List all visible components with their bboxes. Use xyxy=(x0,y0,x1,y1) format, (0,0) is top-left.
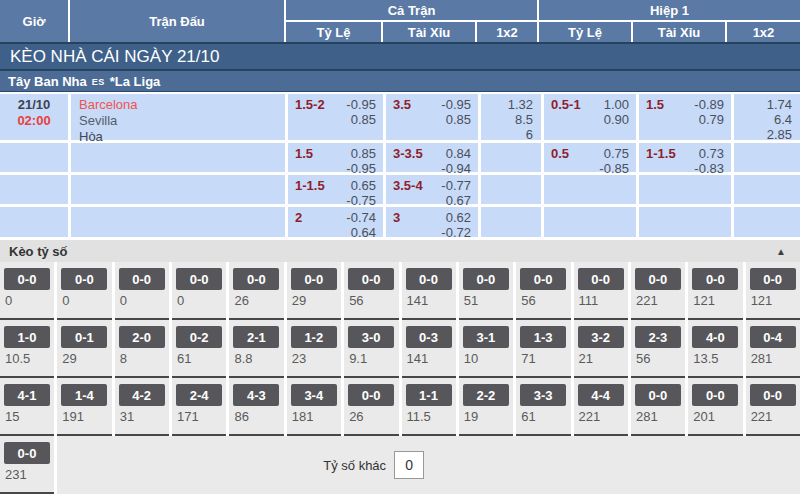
score-button[interactable]: 0-0 xyxy=(233,268,279,290)
odds-cell-h1-overunder[interactable]: 1.5 -0.890.79 xyxy=(639,94,731,140)
odds-cell-ft-overunder[interactable]: 3.5-4 -0.770.67 xyxy=(386,175,478,204)
score-button[interactable]: 0-0 xyxy=(463,268,509,290)
odds-value[interactable]: 0.85 xyxy=(351,146,376,161)
score-button[interactable]: 0-0 xyxy=(578,268,624,290)
score-button[interactable]: 2-0 xyxy=(119,326,165,348)
match-teams-cell[interactable]: Barcelona Sevilla Hòa xyxy=(71,94,285,140)
odds-value[interactable]: 2.85 xyxy=(767,127,792,142)
score-button[interactable]: 3-1 xyxy=(463,326,509,348)
odds-value[interactable]: 6.4 xyxy=(774,112,792,127)
odds-cell-ft-1x2[interactable]: 1.328.56 xyxy=(481,94,541,140)
score-button[interactable]: 1-4 xyxy=(61,384,107,406)
odds-value[interactable]: -0.77 xyxy=(441,178,471,193)
odds-value[interactable]: -0.95 xyxy=(441,97,471,112)
score-button[interactable]: 3-2 xyxy=(578,326,624,348)
score-button[interactable]: 0-0 xyxy=(406,268,452,290)
odds-value[interactable]: 0.84 xyxy=(446,146,471,161)
odds-value[interactable]: -0.89 xyxy=(694,97,724,112)
odds-cell-ft-handicap[interactable]: 1-1.5 0.65-0.75 xyxy=(288,175,383,204)
odds-cell-ft-handicap[interactable]: 1.5 0.85-0.95 xyxy=(288,143,383,172)
odds-cell-h1-handicap[interactable]: 0.5-1 1.000.90 xyxy=(544,94,636,140)
score-button[interactable]: 0-0 xyxy=(176,268,222,290)
odds-value[interactable]: -0.75 xyxy=(346,193,376,208)
score-cell: 1-4191 xyxy=(57,378,111,436)
odds-value[interactable]: 0.62 xyxy=(446,210,471,225)
score-button[interactable]: 0-0 xyxy=(348,268,394,290)
score-button[interactable]: 4-4 xyxy=(578,384,624,406)
odds-value[interactable]: 6 xyxy=(526,127,533,142)
odds-value[interactable]: 1.74 xyxy=(767,97,792,112)
score-button[interactable]: 4-2 xyxy=(119,384,165,406)
odds-cell-h1-1x2[interactable] xyxy=(734,143,800,172)
score-button[interactable]: 4-0 xyxy=(692,326,738,348)
score-button[interactable]: 4-3 xyxy=(233,384,279,406)
score-button[interactable]: 0-0 xyxy=(750,268,796,290)
odds-value[interactable]: -0.94 xyxy=(441,161,471,176)
odds-cell-ft-1x2[interactable] xyxy=(481,143,541,172)
score-button[interactable]: 0-0 xyxy=(4,268,50,290)
score-button[interactable]: 0-0 xyxy=(4,442,50,464)
score-button[interactable]: 0-0 xyxy=(635,268,681,290)
odds-cell-ft-1x2[interactable] xyxy=(481,175,541,204)
odds-value[interactable]: 0.75 xyxy=(604,146,629,161)
score-button[interactable]: 1-0 xyxy=(4,326,50,348)
score-button[interactable]: 0-0 xyxy=(692,268,738,290)
score-button[interactable]: 0-0 xyxy=(61,268,107,290)
odds-value[interactable]: -0.72 xyxy=(441,225,471,240)
score-button[interactable]: 2-3 xyxy=(635,326,681,348)
odds-value[interactable]: -0.83 xyxy=(694,161,724,176)
score-button[interactable]: 0-0 xyxy=(635,384,681,406)
score-button[interactable]: 3-3 xyxy=(520,384,566,406)
odds-value[interactable]: 0.85 xyxy=(351,112,376,127)
score-button[interactable]: 0-0 xyxy=(520,268,566,290)
odds-value[interactable]: 0.79 xyxy=(699,112,724,127)
odds-cell-ft-1x2[interactable] xyxy=(481,207,541,237)
odds-value[interactable]: 0.90 xyxy=(604,112,629,127)
score-odds-value: 56 xyxy=(636,351,685,366)
odds-value[interactable]: 8.5 xyxy=(515,112,533,127)
score-button[interactable]: 0-4 xyxy=(750,326,796,348)
odds-value[interactable]: 0.73 xyxy=(699,146,724,161)
odds-cell-ft-overunder[interactable]: 3.5 -0.950.85 xyxy=(386,94,478,140)
score-button[interactable]: 0-0 xyxy=(291,268,337,290)
score-button[interactable]: 0-0 xyxy=(692,384,738,406)
score-button[interactable]: 0-0 xyxy=(750,384,796,406)
odds-cell-ft-handicap[interactable]: 1.5-2 -0.950.85 xyxy=(288,94,383,140)
score-button[interactable]: 1-1 xyxy=(406,384,452,406)
score-button[interactable]: 0-2 xyxy=(176,326,222,348)
score-button[interactable]: 0-1 xyxy=(61,326,107,348)
odds-value[interactable]: 1.00 xyxy=(604,97,629,112)
odds-cell-ft-overunder[interactable]: 3 0.62-0.72 xyxy=(386,207,478,237)
odds-value[interactable]: -0.95 xyxy=(346,97,376,112)
score-button[interactable]: 3-4 xyxy=(291,384,337,406)
match-time: 02:00 xyxy=(0,113,68,129)
odds-value[interactable]: -0.74 xyxy=(346,210,376,225)
other-score-input[interactable] xyxy=(394,451,424,479)
odds-value[interactable]: 1.32 xyxy=(508,97,533,112)
score-button[interactable]: 4-1 xyxy=(4,384,50,406)
odds-value[interactable]: 0.67 xyxy=(446,193,471,208)
odds-value[interactable]: 0.65 xyxy=(351,178,376,193)
header-h1-1x2: 1x2 xyxy=(727,22,800,42)
score-section-header[interactable]: Kèo tỷ số ▲ xyxy=(0,240,800,262)
score-button[interactable]: 0-0 xyxy=(119,268,165,290)
collapse-icon[interactable]: ▲ xyxy=(776,246,786,257)
score-button[interactable]: 2-1 xyxy=(233,326,279,348)
odds-cell-ft-overunder[interactable]: 3-3.5 0.84-0.94 xyxy=(386,143,478,172)
odds-cell-ft-handicap[interactable]: 2 -0.740.64 xyxy=(288,207,383,237)
score-button[interactable]: 0-0 xyxy=(348,384,394,406)
score-button[interactable]: 1-3 xyxy=(520,326,566,348)
score-button[interactable]: 2-4 xyxy=(176,384,222,406)
odds-value[interactable]: -0.95 xyxy=(346,161,376,176)
odds-value[interactable]: 0.85 xyxy=(446,112,471,127)
odds-value[interactable]: -0.85 xyxy=(599,161,629,176)
score-button[interactable]: 3-0 xyxy=(348,326,394,348)
score-button[interactable]: 2-2 xyxy=(463,384,509,406)
odds-cell-h1-handicap[interactable]: 0.5 0.75-0.85 xyxy=(544,143,636,172)
odds-cell-h1-1x2[interactable]: 1.746.42.85 xyxy=(734,94,800,140)
score-button[interactable]: 1-2 xyxy=(291,326,337,348)
odds-cell-h1-overunder[interactable]: 1-1.5 0.73-0.83 xyxy=(639,143,731,172)
score-button[interactable]: 0-3 xyxy=(406,326,452,348)
league-bar[interactable]: Tây Ban Nha ES *La Liga xyxy=(0,71,800,92)
odds-value[interactable]: 0.64 xyxy=(351,225,376,240)
